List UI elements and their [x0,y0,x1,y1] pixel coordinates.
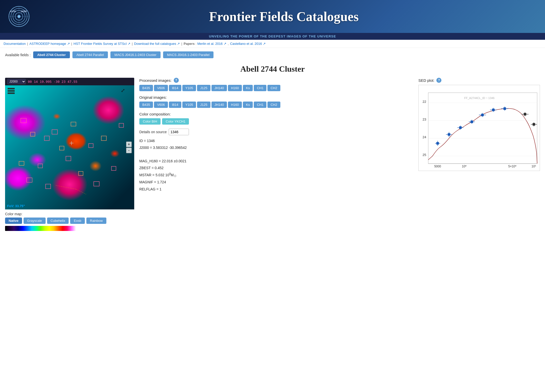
field-macs-0416-parallel[interactable]: MACS J0416.1-2403 Parallel [163,51,214,58]
svg-text:24: 24 [423,135,426,139]
color-composition-title: Color composition: [139,112,171,116]
color-composition-header: Color composition: [139,112,413,116]
svg-rect-73 [533,123,535,126]
sed-chart-svg: 22 23 24 25 5000 10⁴ 5×10⁴ 10⁵ [419,85,540,171]
sky-map[interactable]: ⤢ [5,85,134,209]
source-id-line: ID = 1346 [139,138,413,144]
logo-icon: ASTR DEEP [8,5,30,28]
orig-band-i814[interactable]: I814 [169,102,181,108]
nav-merlin[interactable]: Merlin et al. 2016 ↗ [197,42,226,46]
svg-text:FF_A2744CL_ID ~ 1346: FF_A2744CL_ID ~ 1346 [464,96,495,100]
map-controls: J2000 Galactic 00 14 19.995 -30 23 47.55 [5,78,134,85]
colormap-eosb[interactable]: Eosb [70,218,85,224]
proc-band-v606[interactable]: V606 [154,85,168,91]
field-page-title: Abell 2744 Cluster [0,64,545,74]
orig-band-b435[interactable]: B435 [139,102,153,108]
colormap-rainbow[interactable]: Rainbow [86,218,106,224]
sed-plot-title: SED plot: [418,78,434,83]
orig-band-jh140[interactable]: JH140 [211,102,227,108]
nav-castellano[interactable]: Castellano et al. 2016 ↗ [230,42,265,46]
color-bih-button[interactable]: Color BIH [139,118,161,125]
svg-rect-16 [60,146,64,150]
fov-label: FoV: 33.75" [7,204,25,208]
colormap-bar [5,226,76,231]
proc-band-i814[interactable]: I814 [169,85,181,91]
processed-images-header: Processed images: ? [139,78,413,83]
color-composition-buttons: Color BIH Color YKCH1 [139,118,413,125]
zoom-controls: + - [126,142,132,153]
proc-band-ks[interactable]: Ks [243,85,253,91]
svg-text:ASTR: ASTR [10,10,16,13]
source-input-row: Details on source [139,129,413,135]
colormap-native[interactable]: Native [5,218,22,224]
svg-rect-70 [524,113,526,115]
proc-band-h160[interactable]: H160 [228,85,242,91]
middle-panel: Processed images: ? B435 V606 I814 Y105 … [139,78,413,231]
source-magnif-line: MAGNIF = 1.724 [139,179,413,185]
left-panel: J2000 Galactic 00 14 19.995 -30 23 47.55… [5,78,134,231]
orig-band-y105[interactable]: Y105 [182,102,196,108]
colormap-cubehelix[interactable]: Cubehelix [47,218,69,224]
source-section: Details on source ID = 1346 J2000 = 3.58… [139,129,413,192]
logo-area: ASTR DEEP [8,5,30,28]
field-abell-2744-parallel[interactable]: Abell 2744 Parallel [72,51,108,58]
coord-system-select[interactable]: J2000 Galactic [7,79,26,84]
svg-rect-58 [471,121,473,123]
svg-rect-26 [46,184,51,189]
colormap-section: Color map: Native Grayscale Cubehelix Eo… [5,212,134,231]
nav-astrodeep[interactable]: ASTRODEEP homepage ↗ [29,42,70,46]
nav-hst[interactable]: HST Frontier Fields Survey at STScI ↗ [73,42,130,46]
source-label: Details on source [139,130,167,134]
proc-band-ch2[interactable]: CH2 [267,85,280,91]
zoom-in-button[interactable]: + [126,142,132,147]
proc-band-jh140[interactable]: JH140 [211,85,227,91]
svg-rect-67 [503,107,506,110]
svg-rect-20 [19,161,24,165]
svg-rect-55 [459,126,462,129]
processed-images-help[interactable]: ? [174,78,179,83]
sed-plot-header: SED plot: ? [418,78,540,83]
svg-rect-27 [119,123,124,127]
color-composition-section: Color composition: Color BIH Color YKCH1 [139,112,413,125]
svg-text:10⁴: 10⁴ [462,165,466,168]
orig-band-h160[interactable]: H160 [228,102,242,108]
original-images-title: Original images: [139,95,167,100]
svg-rect-17 [66,156,71,161]
svg-rect-21 [89,144,93,148]
color-ykch1-button[interactable]: Color YKCH1 [162,118,189,125]
colormap-label: Color map: [5,212,134,216]
field-macs-0416-cluster[interactable]: MACS J0416.1-2403 Cluster [110,51,160,58]
proc-band-b435[interactable]: B435 [139,85,153,91]
svg-rect-19 [27,178,32,182]
source-id-input[interactable] [169,129,189,135]
svg-rect-14 [44,136,49,141]
proc-band-j125[interactable]: J125 [197,85,210,91]
svg-line-31 [56,185,76,189]
zoom-out-button[interactable]: - [126,148,132,153]
source-details: ID = 1346 J2000 = 3.583312 -30.396542 MA… [139,138,413,192]
nav-documentation[interactable]: Documentation [4,42,26,46]
source-zbest-line: ZBEST = 0.452 [139,165,413,171]
svg-rect-22 [101,136,106,141]
nav-download[interactable]: Download the full catalogues ↗ [134,42,180,46]
orig-band-ch1[interactable]: CH1 [254,102,266,108]
svg-text:5×10⁴: 5×10⁴ [508,165,516,168]
orig-band-ks[interactable]: Ks [243,102,253,108]
processed-band-buttons: B435 V606 I814 Y105 J125 JH140 H160 Ks C… [139,85,413,91]
orig-band-ch2[interactable]: CH2 [267,102,280,108]
nav-bar: Documentation | ASTRODEEP homepage ↗ | H… [0,40,545,48]
colormap-grayscale[interactable]: Grayscale [24,218,46,224]
nav-divider-2: | [71,42,73,46]
nav-papers-label: Papers : [184,42,197,46]
sed-plot-area: 22 23 24 25 5000 10⁴ 5×10⁴ 10⁵ [418,85,540,171]
field-abell-2744-cluster[interactable]: Abell 2744 Cluster [33,51,70,58]
sed-plot-help[interactable]: ? [436,78,441,83]
orig-band-v606[interactable]: V606 [154,102,168,108]
main-content: J2000 Galactic 00 14 19.995 -30 23 47.55… [0,78,545,236]
fields-label: Available fields : [5,53,31,57]
proc-band-ch1[interactable]: CH1 [254,85,266,91]
orig-band-j125[interactable]: J125 [197,102,210,108]
svg-text:25: 25 [423,153,426,157]
proc-band-y105[interactable]: Y105 [182,85,196,91]
svg-rect-24 [94,182,99,186]
